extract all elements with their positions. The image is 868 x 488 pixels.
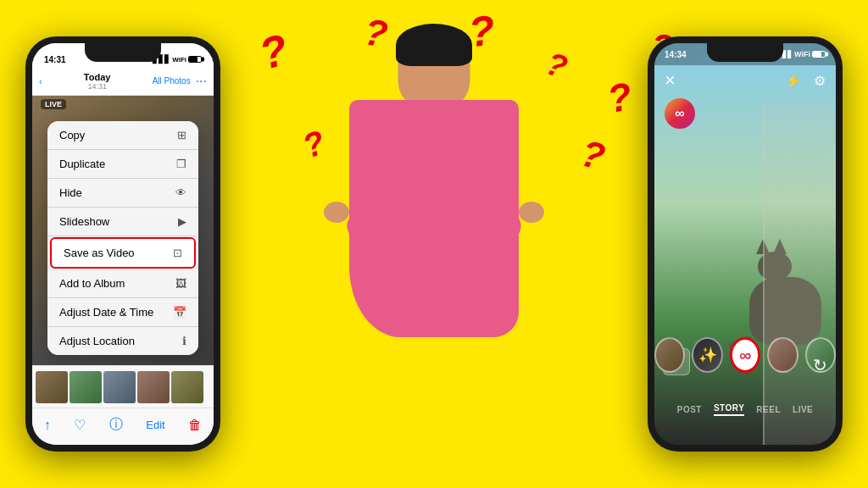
thumb-5[interactable] [171, 371, 203, 403]
post-option-post[interactable]: POST [677, 405, 702, 414]
delete-button[interactable]: 🗑 [188, 418, 202, 433]
boomerang-icon: ∞ [665, 98, 695, 129]
menu-save-video-icon: ⊡ [173, 247, 182, 259]
insta-battery-icon [812, 51, 826, 58]
nav-title: Today 14:31 [84, 72, 111, 91]
menu-item-hide[interactable]: Hide 👁 [47, 179, 198, 208]
menu-save-video-label: Save as Video [64, 247, 135, 259]
menu-hide-label: Hide [59, 186, 82, 199]
fence [763, 103, 836, 445]
info-button[interactable]: ⓘ [109, 416, 123, 434]
flash-icon[interactable]: ⚡ [785, 73, 802, 89]
phone-right: 14:34 ▲ ▋▋▋ WiFi × ⚡ ⚙ ∞ ⊞ [648, 36, 843, 452]
nav-right-buttons: All Photos ··· [153, 74, 207, 89]
context-menu: Copy ⊞ Duplicate ❐ Hide 👁 Slideshow ▶ [47, 121, 198, 355]
more-button[interactable]: ··· [196, 74, 207, 89]
ios-nav-bar: ‹ Today 14:31 All Photos ··· [32, 67, 214, 96]
filter-circle-sparkle[interactable]: ✨ [692, 337, 722, 373]
boomerang-badge: ∞ [665, 98, 695, 129]
menu-adjust-location-label: Adjust Location [59, 335, 135, 347]
phone-right-screen: 14:34 ▲ ▋▋▋ WiFi × ⚡ ⚙ ∞ ⊞ [654, 43, 836, 445]
menu-item-duplicate[interactable]: Duplicate ❐ [47, 150, 198, 179]
menu-slideshow-icon: ▶ [178, 215, 186, 228]
post-option-reel[interactable]: REEL [756, 405, 781, 414]
thumb-4[interactable] [137, 371, 170, 403]
menu-adjust-date-label: Adjust Date & Time [59, 306, 153, 319]
back-chevron: ‹ [39, 76, 42, 86]
menu-item-adjust-date[interactable]: Adjust Date & Time 📅 [47, 298, 198, 327]
filter-circle-1[interactable] [654, 337, 685, 373]
menu-adjust-location-icon: ℹ [182, 335, 186, 347]
favorite-button[interactable]: ♡ [74, 417, 86, 433]
menu-copy-label: Copy [59, 129, 85, 141]
filter-circle-3[interactable] [767, 337, 798, 373]
phone-right-notch [707, 43, 783, 62]
settings-icon[interactable]: ⚙ [814, 73, 826, 89]
filter-circle-boomerang[interactable]: ∞ [730, 337, 761, 373]
post-option-story[interactable]: STORY [714, 403, 744, 416]
phone-left-screen: 14:31 ▲ ▋▋▋ WiFi ‹ Today 14:31 All Photo… [32, 43, 214, 445]
close-button[interactable]: × [665, 69, 676, 92]
menu-slideshow-label: Slideshow [59, 215, 109, 228]
post-option-live[interactable]: LIVE [793, 405, 813, 414]
menu-duplicate-icon: ❐ [176, 158, 186, 170]
menu-item-copy[interactable]: Copy ⊞ [47, 121, 198, 150]
all-photos-button[interactable]: All Photos [153, 76, 191, 86]
thumb-2[interactable] [70, 371, 102, 403]
phone-left-notch [85, 43, 161, 62]
instagram-top-bar: × ⚡ ⚙ [654, 64, 836, 97]
menu-copy-icon: ⊞ [177, 129, 186, 141]
person-right-hand [519, 202, 544, 223]
thumb-1[interactable] [36, 371, 68, 403]
live-badge: LIVE [41, 99, 66, 109]
insta-time: 14:34 [665, 50, 687, 59]
thumbnail-strip [32, 365, 214, 408]
menu-item-add-to-album[interactable]: Add to Album 🖼 [47, 269, 198, 298]
bottom-toolbar: ↑ ♡ ⓘ Edit 🗑 [32, 408, 214, 445]
menu-adjust-date-icon: 📅 [173, 306, 186, 319]
menu-item-slideshow[interactable]: Slideshow ▶ [47, 208, 198, 236]
refresh-icon[interactable]: ↻ [813, 355, 827, 375]
photo-area: LIVE Copy ⊞ Duplicate ❐ Hide 👁 Slideshow [32, 96, 214, 365]
menu-hide-icon: 👁 [175, 186, 186, 199]
menu-add-album-icon: 🖼 [175, 277, 186, 290]
person-hair [396, 24, 472, 66]
menu-item-adjust-location[interactable]: Adjust Location ℹ [47, 327, 198, 355]
filter-strip: ✨ ∞ [654, 331, 836, 379]
menu-duplicate-label: Duplicate [59, 158, 105, 170]
edit-button[interactable]: Edit [146, 419, 164, 431]
person-left-hand [324, 202, 349, 223]
nav-title-sub: 14:31 [84, 82, 111, 91]
phone-left-time: 14:31 [44, 55, 66, 64]
nav-title-main: Today [84, 72, 111, 82]
battery-icon [188, 56, 202, 63]
phone-left: 14:31 ▲ ▋▋▋ WiFi ‹ Today 14:31 All Photo… [25, 36, 220, 452]
thumb-3[interactable] [103, 371, 136, 403]
nav-back-button[interactable]: ‹ [39, 76, 42, 86]
menu-item-save-as-video[interactable]: Save as Video ⊡ [50, 237, 196, 269]
post-type-bar: POST STORY REEL LIVE [654, 397, 836, 421]
person-container [290, 19, 578, 469]
instagram-top-right: ⚡ ⚙ [785, 73, 826, 89]
menu-add-album-label: Add to Album [59, 277, 125, 290]
share-button[interactable]: ↑ [44, 418, 51, 433]
